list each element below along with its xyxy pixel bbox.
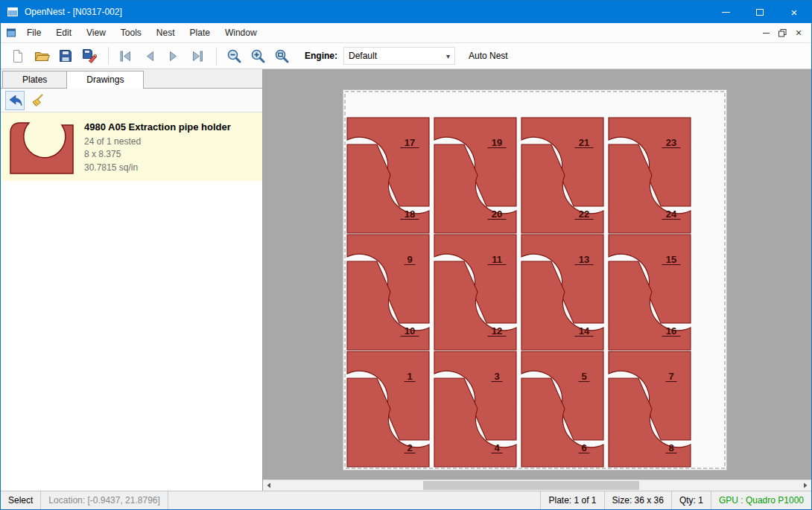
next-arrow-icon xyxy=(168,51,179,62)
engine-label: Engine: xyxy=(305,51,337,61)
left-panel: Plates Drawings 4980 A05 Extractio xyxy=(1,69,263,491)
part-number-label: 13 xyxy=(579,254,589,265)
part-number-label: 14 xyxy=(579,325,590,337)
drawing-nested-count: 24 of 1 nested xyxy=(84,136,231,148)
open-button[interactable] xyxy=(31,45,53,66)
menu-nest[interactable]: Nest xyxy=(149,23,183,42)
engine-value: Default xyxy=(349,51,377,61)
part-thumbnail-drawing xyxy=(7,117,76,176)
drawing-dimensions: 8 x 8.375 xyxy=(84,148,231,161)
save-as-button[interactable] xyxy=(78,45,101,66)
chevron-down-icon: ▾ xyxy=(446,52,450,60)
minimize-button[interactable] xyxy=(708,1,743,23)
part-number-label: 2 xyxy=(407,442,412,453)
next-plate-button[interactable] xyxy=(162,45,185,66)
app-icon xyxy=(7,6,19,18)
zoom-out-button[interactable] xyxy=(223,45,245,66)
statusbar: Select Location: [-0.9437, 21.8796] Plat… xyxy=(1,491,811,509)
scroll-left-button[interactable] xyxy=(263,480,275,491)
part-thumbnail xyxy=(7,117,77,176)
minimize-icon xyxy=(722,12,730,13)
status-mode: Select xyxy=(1,491,41,509)
auto-nest-button[interactable]: Auto Nest xyxy=(463,48,514,64)
part-number-label: 24 xyxy=(666,208,677,220)
first-plate-button[interactable] xyxy=(115,45,137,66)
statusbar-spacer xyxy=(168,491,541,509)
tab-drawings[interactable]: Drawings xyxy=(66,71,144,89)
close-icon: × xyxy=(791,7,798,18)
menu-plate[interactable]: Plate xyxy=(183,23,218,42)
nest-canvas[interactable]: 171819202122232491011121314151612345678 xyxy=(263,69,811,491)
close-button[interactable]: × xyxy=(777,1,811,23)
previous-arrow-icon xyxy=(145,51,155,62)
maximize-icon xyxy=(756,9,764,16)
part-number-label: 5 xyxy=(581,371,586,382)
status-qty: Qty: 1 xyxy=(671,491,711,509)
tabstrip: Plates Drawings xyxy=(1,69,262,89)
new-button[interactable] xyxy=(7,45,29,66)
part-number-label: 23 xyxy=(666,137,676,148)
main-toolbar: Engine: Default ▾ Auto Nest xyxy=(1,43,811,69)
save-edit-icon xyxy=(82,48,97,63)
horizontal-scrollbar[interactable] xyxy=(263,479,811,491)
status-gpu: GPU : Quadro P1000 xyxy=(711,491,811,509)
menu-view[interactable]: View xyxy=(79,23,113,42)
part-number-label: 20 xyxy=(492,208,502,220)
zoom-extents-button[interactable] xyxy=(270,45,293,66)
replace-drawing-button[interactable] xyxy=(5,91,25,110)
maximize-button[interactable] xyxy=(743,1,777,23)
menu-tools[interactable]: Tools xyxy=(113,23,149,42)
scroll-right-button[interactable] xyxy=(799,480,811,491)
part-number-label: 17 xyxy=(405,137,415,148)
drawings-list-empty-area xyxy=(1,181,262,491)
engine-select[interactable]: Default ▾ xyxy=(343,47,455,65)
child-minimize-button[interactable] xyxy=(758,25,774,41)
child-restore-icon xyxy=(778,29,787,37)
scrollbar-thumb[interactable] xyxy=(423,481,639,490)
drawing-area: 30.7815 sq/in xyxy=(84,162,231,174)
open-folder-icon xyxy=(34,49,50,63)
part-number-label: 4 xyxy=(494,442,500,453)
menubar: File Edit View Tools Nest Plate Window × xyxy=(1,23,811,43)
part-number-label: 12 xyxy=(492,325,502,337)
document-window-icon[interactable] xyxy=(6,28,16,38)
menu-window[interactable]: Window xyxy=(218,23,264,42)
plate[interactable]: 171819202122232491011121314151612345678 xyxy=(343,89,727,471)
part-number-label: 18 xyxy=(405,208,415,220)
toolbar-separator xyxy=(216,47,217,65)
part-number-label: 16 xyxy=(666,325,676,337)
curved-arrow-icon xyxy=(7,94,22,107)
drawing-list-item[interactable]: 4980 A05 Extraction pipe holder 24 of 1 … xyxy=(1,112,262,181)
titlebar[interactable]: OpenNest - [N0317-002] × xyxy=(1,1,811,23)
zoom-extents-icon xyxy=(274,48,289,63)
previous-plate-button[interactable] xyxy=(139,45,161,66)
child-restore-button[interactable] xyxy=(774,25,790,41)
zoom-out-icon xyxy=(226,48,241,63)
part-number-label: 9 xyxy=(407,254,412,265)
child-close-button[interactable]: × xyxy=(790,25,807,41)
clear-button[interactable] xyxy=(28,91,47,110)
menu-edit[interactable]: Edit xyxy=(48,23,79,42)
scroll-right-icon xyxy=(802,482,809,489)
zoom-in-button[interactable] xyxy=(247,45,269,66)
last-arrow-icon xyxy=(191,51,203,62)
part-number-label: 11 xyxy=(492,254,502,265)
toolbar-separator xyxy=(108,47,109,65)
last-plate-button[interactable] xyxy=(186,45,209,66)
part-number-label: 8 xyxy=(668,442,673,453)
save-button[interactable] xyxy=(54,45,77,66)
part-number-label: 7 xyxy=(668,371,673,382)
part-number-label: 21 xyxy=(579,137,589,148)
save-floppy-icon xyxy=(59,49,72,63)
menu-file[interactable]: File xyxy=(19,23,48,42)
first-arrow-icon xyxy=(120,51,132,62)
child-close-icon: × xyxy=(796,28,802,38)
new-document-icon xyxy=(11,49,25,63)
part-number-label: 3 xyxy=(494,371,499,382)
drawing-title: 4980 A05 Extraction pipe holder xyxy=(84,121,231,133)
broom-icon xyxy=(30,93,45,107)
scroll-left-icon xyxy=(265,482,273,489)
zoom-in-icon xyxy=(250,48,265,63)
drawings-toolbar xyxy=(1,89,262,112)
tab-plates[interactable]: Plates xyxy=(2,71,67,88)
